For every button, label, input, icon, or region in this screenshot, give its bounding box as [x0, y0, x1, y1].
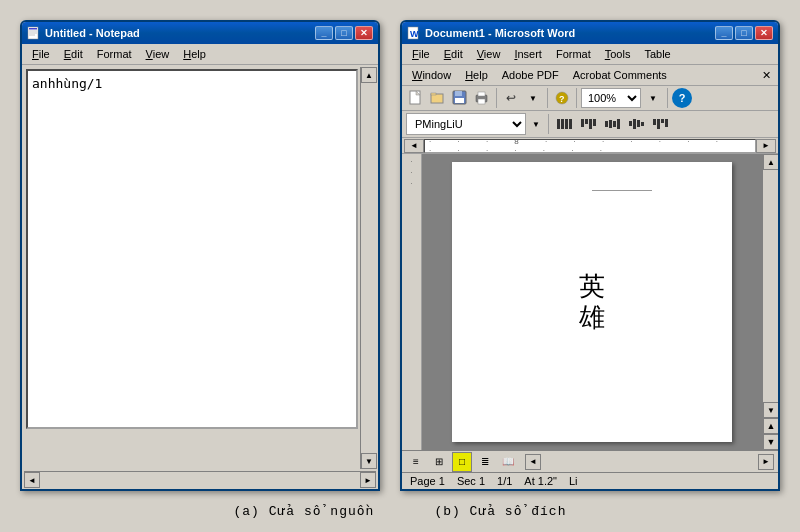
font-select[interactable]: PMingLiU [406, 113, 526, 135]
word-hscroll-right[interactable]: ► [758, 454, 774, 470]
notepad-menu-format[interactable]: Format [91, 46, 138, 62]
toolbar-print-button[interactable] [472, 88, 492, 108]
toolbar-new-button[interactable] [406, 88, 426, 108]
svg-rect-19 [557, 119, 560, 129]
font-icon-5[interactable] [651, 114, 671, 134]
toolbar-undo-dropdown[interactable]: ▼ [523, 88, 543, 108]
word-hscroll-track[interactable] [541, 455, 758, 469]
word-hscrollbar[interactable]: ◄ ► [525, 454, 774, 470]
word-menu-file[interactable]: File [406, 46, 436, 62]
font-icon-4[interactable] [627, 114, 647, 134]
view-normal-button[interactable]: ≡ [406, 452, 426, 472]
word-menubar-row2: Window Help Adobe PDF Acrobat Comments ✕ [402, 65, 778, 86]
notepad-hscroll-left[interactable]: ◄ [24, 472, 40, 488]
word-menu-help[interactable]: Help [459, 67, 494, 83]
notepad-close-button[interactable]: ✕ [355, 26, 373, 40]
word-menu-adobe-pdf[interactable]: Adobe PDF [496, 67, 565, 83]
notepad-hscroll-right[interactable]: ► [360, 472, 376, 488]
word-scroll-track[interactable] [763, 170, 778, 402]
svg-rect-29 [613, 121, 616, 127]
svg-rect-21 [565, 119, 568, 129]
word-scroll-up[interactable]: ▲ [763, 154, 779, 170]
word-close-button[interactable]: ✕ [755, 26, 773, 40]
word-menu-format[interactable]: Format [550, 46, 597, 62]
notepad-scroll-track[interactable] [361, 83, 376, 453]
notepad-editor[interactable]: anhhùng/1 [26, 69, 358, 429]
word-ruler: ◄ · · · 8 · · · · · · · · · · · · · · ► [402, 138, 778, 154]
word-menu-acrobat[interactable]: Acrobat Comments [567, 67, 673, 83]
notepad-menu-help[interactable]: Help [177, 46, 212, 62]
svg-rect-10 [431, 93, 436, 95]
word-hscroll-left[interactable]: ◄ [525, 454, 541, 470]
word-menu-edit[interactable]: Edit [438, 46, 469, 62]
view-print-button[interactable]: □ [452, 452, 472, 472]
svg-rect-34 [641, 122, 644, 126]
status-at: At 1.2" [524, 475, 557, 487]
notepad-icon [27, 26, 41, 40]
svg-rect-27 [605, 121, 608, 127]
svg-rect-15 [478, 92, 485, 96]
word-maximize-button[interactable]: □ [735, 26, 753, 40]
word-menu-insert[interactable]: Insert [508, 46, 548, 62]
zoom-select[interactable]: 100% [581, 88, 641, 108]
font-icon-1[interactable] [555, 114, 575, 134]
view-reading-button[interactable]: 📖 [498, 452, 518, 472]
caption-left: (a) Cửa sổ nguồn [234, 503, 375, 519]
status-sec: Sec 1 [457, 475, 485, 487]
notepad-scroll-down[interactable]: ▼ [361, 453, 377, 469]
svg-rect-22 [569, 119, 572, 129]
word-menu-table[interactable]: Table [638, 46, 676, 62]
svg-rect-13 [455, 98, 464, 103]
word-doc-close-button[interactable]: ✕ [758, 67, 774, 83]
svg-rect-12 [455, 91, 462, 96]
ruler-right-btn[interactable]: ► [756, 139, 776, 153]
toolbar-sep4 [667, 88, 668, 108]
notepad-scroll-up[interactable]: ▲ [361, 67, 377, 83]
view-outline-button[interactable]: ≣ [475, 452, 495, 472]
notepad-minimize-button[interactable]: _ [315, 26, 333, 40]
ruler-left-btn[interactable]: ◄ [404, 139, 424, 153]
word-menu-tools[interactable]: Tools [599, 46, 637, 62]
notepad-hscrollbar[interactable]: ◄ ► [24, 471, 376, 487]
notepad-vscrollbar[interactable]: ▲ ▼ [360, 67, 376, 469]
word-icon: W [407, 26, 421, 40]
notepad-menu-edit[interactable]: Edit [58, 46, 89, 62]
notepad-menu-file[interactable]: File [26, 46, 56, 62]
help-button[interactable]: ? [672, 88, 692, 108]
notepad-menu-view[interactable]: View [140, 46, 176, 62]
svg-rect-7 [410, 91, 420, 104]
word-minimize-button[interactable]: _ [715, 26, 733, 40]
view-web-button[interactable]: ⊞ [429, 452, 449, 472]
notepad-maximize-button[interactable]: □ [335, 26, 353, 40]
word-titlebar[interactable]: W Document1 - Microsoft Word _ □ ✕ [402, 22, 778, 44]
toolbar-sep5 [548, 114, 549, 134]
word-page[interactable]: 英 雄 [452, 162, 732, 442]
word-menu-window[interactable]: Window [406, 67, 457, 83]
svg-rect-23 [581, 119, 584, 127]
toolbar-open-button[interactable] [428, 88, 448, 108]
toolbar-undo-button[interactable]: ↩ [501, 88, 521, 108]
word-menu-view[interactable]: View [471, 46, 507, 62]
word-page-container: 英 雄 [422, 154, 762, 450]
toolbar-something-button[interactable]: ? [552, 88, 572, 108]
toolbar-save-button[interactable] [450, 88, 470, 108]
zoom-dropdown-button[interactable]: ▼ [643, 88, 663, 108]
notepad-hscroll-track[interactable] [40, 472, 360, 487]
word-doc-area: · · · 英 雄 ▲ ▼ ▲ [402, 154, 778, 450]
toolbar-sep3 [576, 88, 577, 108]
word-vscrollbar[interactable]: ▲ ▼ ▲ ▼ [762, 154, 778, 450]
status-position: 1/1 [497, 475, 512, 487]
svg-text:W: W [410, 29, 419, 39]
word-scroll-split2[interactable]: ▼ [763, 434, 779, 450]
svg-rect-37 [661, 119, 664, 123]
font-icon-3[interactable] [603, 114, 623, 134]
word-scroll-split1[interactable]: ▲ [763, 418, 779, 434]
svg-rect-36 [657, 119, 660, 129]
svg-rect-26 [593, 119, 596, 126]
notepad-titlebar[interactable]: Untitled - Notepad _ □ ✕ [22, 22, 378, 44]
font-dropdown-button[interactable]: ▼ [530, 114, 542, 134]
svg-rect-35 [653, 119, 656, 125]
word-scroll-down[interactable]: ▼ [763, 402, 779, 418]
captions: (a) Cửa sổ nguồn (b) Cửa sổ đích [20, 503, 780, 519]
font-icon-2[interactable] [579, 114, 599, 134]
